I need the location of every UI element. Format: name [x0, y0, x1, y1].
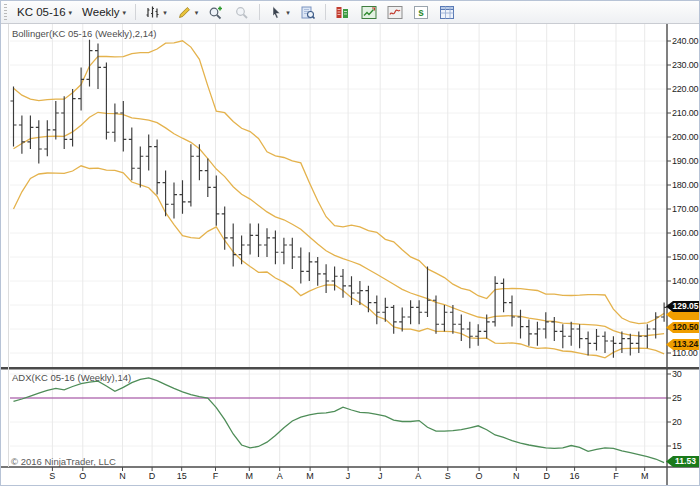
zoom-in-icon	[208, 5, 224, 20]
adx-tick-label: 15	[672, 441, 682, 451]
price-tick-label: 240.00	[672, 36, 698, 46]
time-axis-label: A	[415, 471, 421, 481]
toolbar-grip[interactable]	[4, 4, 7, 20]
time-axis-label: D	[149, 471, 156, 481]
drawing-tools-button[interactable]: ▾	[173, 2, 203, 22]
svg-text:s: s	[418, 7, 424, 18]
adx-indicator-label: ADX(KC 05-16 (Weekly),14)	[12, 372, 131, 383]
time-axis-label: M	[246, 471, 254, 481]
time-axis-label: S	[49, 471, 55, 481]
price-tick-label: 140.00	[672, 276, 698, 286]
chart-properties-icon	[387, 5, 403, 20]
lower-band-price-marker: 113.24	[666, 339, 700, 350]
middle-band-line	[14, 112, 665, 336]
strategies-icon: s	[413, 5, 429, 20]
time-axis-label: F	[213, 471, 219, 481]
adx-tick-label: 20	[672, 417, 682, 427]
chart-trader-button[interactable]	[331, 2, 355, 22]
copyright-label: © 2016 NinjaTrader, LLC	[11, 456, 116, 467]
time-axis-label: O	[79, 471, 86, 481]
zoom-out-icon	[234, 5, 250, 20]
price-tick-label: 210.00	[672, 108, 698, 118]
toolbar-separator	[135, 4, 136, 20]
price-tick-label: 230.00	[672, 60, 698, 70]
middle-band-price-marker: 120.50	[666, 322, 700, 333]
instrument-selector[interactable]: KC 05-16 ▾	[13, 2, 76, 22]
zoom-in-button[interactable]	[204, 2, 228, 22]
time-axis-label: A	[277, 471, 283, 481]
indicators-icon	[361, 5, 377, 20]
chart-canvas[interactable]	[1, 1, 700, 486]
time-axis-label: O	[476, 471, 483, 481]
chevron-down-icon: ▾	[123, 9, 127, 16]
chevron-down-icon: ▾	[163, 9, 167, 16]
data-box-icon	[300, 5, 316, 20]
time-axis-label: M	[641, 471, 649, 481]
adx-tick-label: 30	[672, 369, 682, 379]
price-tick-label: 160.00	[672, 228, 698, 238]
time-axis-label: N	[513, 471, 520, 481]
price-tick-label: 200.00	[672, 132, 698, 142]
toolbar-separator	[325, 4, 326, 20]
time-axis-label: N	[119, 471, 126, 481]
time-axis-label: D	[543, 471, 550, 481]
period-label: Weekly	[82, 6, 120, 18]
period-selector[interactable]: Weekly ▾	[78, 2, 130, 22]
bar-style-button[interactable]: ▾	[141, 2, 171, 22]
adx-line	[14, 378, 665, 463]
data-box-button[interactable]	[296, 2, 320, 22]
toolbar-separator	[259, 4, 260, 20]
time-axis-label: J	[378, 471, 383, 481]
time-axis-label: 16	[570, 471, 580, 481]
price-tick-label: 150.00	[672, 252, 698, 262]
time-axis-label: M	[306, 471, 314, 481]
indicators-button[interactable]	[357, 2, 381, 22]
chart-properties-button[interactable]	[383, 2, 407, 22]
bar-style-icon	[145, 5, 160, 20]
horizontal-gridlines	[10, 41, 667, 446]
axis-tick-marks	[52, 41, 671, 471]
pencil-icon	[177, 5, 192, 20]
price-tick-label: 170.00	[672, 204, 698, 214]
vertical-gridlines	[52, 24, 644, 467]
chart-trader-icon	[335, 5, 351, 20]
grid-button[interactable]	[435, 2, 459, 22]
chevron-down-icon: ▾	[286, 9, 290, 16]
cursor-button[interactable]: ▾	[265, 2, 294, 22]
instrument-label: KC 05-16	[17, 6, 66, 18]
cursor-icon	[269, 5, 283, 20]
price-tick-label: 190.00	[672, 156, 698, 166]
time-axis-label: J	[346, 471, 351, 481]
last-price-marker: 129.05	[666, 301, 700, 312]
time-axis-label: S	[445, 471, 451, 481]
price-tick-label: 220.00	[672, 84, 698, 94]
zoom-out-button[interactable]	[230, 2, 254, 22]
ohlc-bars	[11, 40, 668, 358]
time-axis-label: F	[613, 471, 619, 481]
bollinger-indicator-label: Bollinger(KC 05-16 (Weekly),2,14)	[12, 28, 157, 39]
grid-icon	[439, 5, 455, 20]
panel-divider[interactable]	[1, 367, 700, 370]
chevron-down-icon: ▾	[195, 9, 199, 16]
time-axis-label: 15	[177, 471, 187, 481]
adx-value-marker: 11.53	[666, 456, 700, 467]
price-tick-label: 180.00	[672, 180, 698, 190]
strategies-button[interactable]: s	[409, 2, 433, 22]
adx-tick-label: 25	[672, 393, 682, 403]
chevron-down-icon: ▾	[69, 9, 73, 16]
chart-window: KC 05-16 ▾ Weekly ▾ ▾ ▾	[0, 0, 700, 486]
toolbar: KC 05-16 ▾ Weekly ▾ ▾ ▾	[1, 1, 699, 24]
